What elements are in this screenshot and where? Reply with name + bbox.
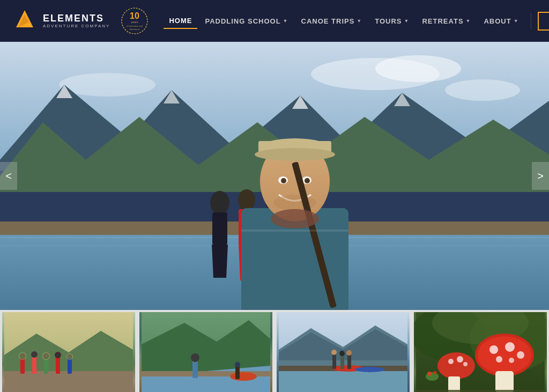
svg-point-97 <box>457 356 463 363</box>
svg-point-60 <box>66 353 73 360</box>
svg-rect-24 <box>212 212 227 245</box>
svg-point-59 <box>42 352 50 360</box>
svg-point-92 <box>496 356 502 363</box>
nav-links: HOME PADDLING SCHOOL ▼ CANOE TRIPS ▼ TOU… <box>164 12 549 31</box>
svg-rect-94 <box>495 371 514 392</box>
card-image-multi-day-canoe <box>277 312 410 392</box>
logo-text: ELEMENTS ADVENTURE COMPANY <box>43 13 110 29</box>
svg-point-12 <box>445 79 520 101</box>
svg-point-98 <box>463 362 468 366</box>
svg-point-26 <box>238 189 255 211</box>
logo[interactable]: ELEMENTS ADVENTURE COMPANY <box>11 7 110 35</box>
hero-next-button[interactable]: > <box>532 162 549 190</box>
anniversary-badge: 10 years of instruction and adventures <box>121 7 149 35</box>
svg-marker-2 <box>11 27 39 35</box>
svg-rect-48 <box>20 358 25 374</box>
chevron-down-icon: ▼ <box>357 18 362 24</box>
svg-point-93 <box>509 358 514 363</box>
card-river-rescue[interactable]: RIVER RESCUE <box>139 312 272 392</box>
chevron-down-icon: ▼ <box>404 18 410 24</box>
card-image-river-rescue <box>139 312 272 392</box>
svg-point-80 <box>339 351 345 356</box>
nav-tours[interactable]: TOURS ▼ <box>369 14 414 28</box>
card-image-paddling-school <box>2 312 135 392</box>
svg-point-82 <box>346 350 352 356</box>
svg-rect-79 <box>340 355 344 369</box>
svg-rect-56 <box>68 358 72 374</box>
contact-button[interactable]: CONTACT <box>538 12 549 31</box>
svg-point-58 <box>19 352 26 360</box>
card-image-wild-mushroom <box>414 312 547 392</box>
svg-rect-73 <box>279 368 407 392</box>
svg-rect-65 <box>192 359 198 378</box>
nav-retreats[interactable]: RETREATS ▼ <box>417 14 476 28</box>
navbar: ELEMENTS ADVENTURE COMPANY 10 years of i… <box>0 0 549 42</box>
svg-text:years: years <box>131 20 139 24</box>
card-wild-mushroom[interactable]: WILD MUSHROOM <box>414 312 547 392</box>
hero-section: < > <box>0 42 549 310</box>
svg-point-76 <box>355 367 385 372</box>
svg-point-102 <box>427 372 432 376</box>
svg-point-95 <box>437 352 475 379</box>
svg-point-69 <box>235 362 240 367</box>
nav-home[interactable]: HOME <box>164 13 197 29</box>
chevron-down-icon: ▼ <box>466 18 471 24</box>
cards-section: PADDLING SCHOOL <box>0 310 549 392</box>
svg-rect-47 <box>4 371 133 392</box>
svg-point-89 <box>489 345 498 354</box>
svg-point-90 <box>505 342 515 352</box>
svg-point-23 <box>210 191 229 215</box>
svg-rect-68 <box>235 366 240 379</box>
card-multi-day-canoe[interactable]: MULTI-DAY CANOE <box>277 312 410 392</box>
card-paddling-school[interactable]: PADDLING SCHOOL <box>2 312 135 392</box>
chevron-down-icon: ▼ <box>514 18 519 24</box>
svg-marker-25 <box>212 245 228 278</box>
svg-rect-43 <box>241 230 348 232</box>
svg-point-96 <box>448 359 454 364</box>
svg-rect-52 <box>44 358 48 374</box>
svg-rect-81 <box>347 354 351 369</box>
svg-point-51 <box>31 351 38 358</box>
svg-point-91 <box>517 351 524 359</box>
chevron-down-icon: ▼ <box>283 18 288 24</box>
svg-rect-100 <box>416 390 545 392</box>
svg-point-36 <box>255 148 335 161</box>
svg-point-40 <box>305 178 310 183</box>
svg-text:adventures: adventures <box>130 28 140 31</box>
nav-paddling-school[interactable]: PADDLING SCHOOL ▼ <box>199 14 293 28</box>
svg-point-78 <box>331 350 337 355</box>
nav-divider <box>531 13 531 29</box>
hero-background <box>0 42 549 310</box>
svg-point-39 <box>281 178 286 183</box>
logo-icon <box>11 7 39 35</box>
svg-text:of instruction and: of instruction and <box>127 25 143 27</box>
svg-rect-77 <box>332 354 336 369</box>
svg-rect-54 <box>56 357 60 374</box>
svg-point-44 <box>271 209 319 228</box>
svg-point-66 <box>191 353 199 362</box>
svg-point-10 <box>375 55 461 82</box>
nav-canoe-trips[interactable]: CANOE TRIPS ▼ <box>296 14 368 28</box>
svg-rect-99 <box>448 376 460 392</box>
svg-rect-50 <box>32 356 36 374</box>
svg-text:10: 10 <box>130 11 140 20</box>
hero-prev-button[interactable]: < <box>0 162 17 190</box>
nav-about[interactable]: ABOUT ▼ <box>478 14 524 28</box>
svg-point-55 <box>55 352 61 358</box>
svg-point-67 <box>230 372 257 381</box>
svg-point-103 <box>433 371 436 374</box>
